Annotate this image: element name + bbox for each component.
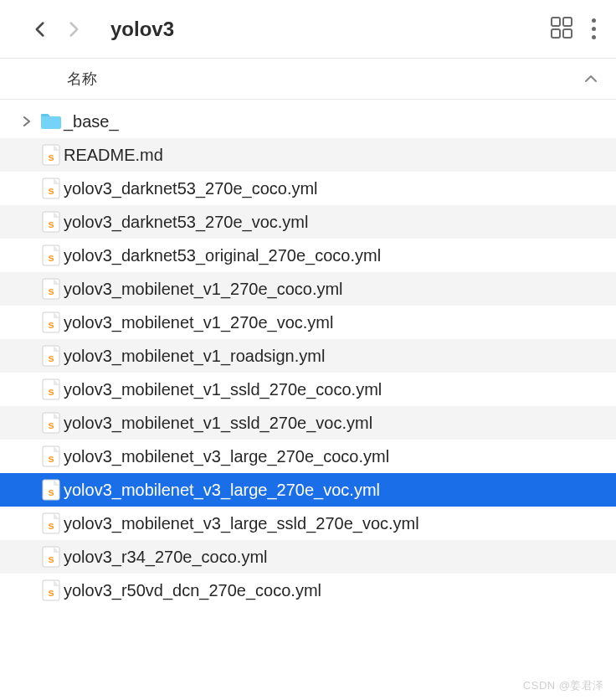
file-row[interactable]: yolov3_mobilenet_v3_large_ssld_270e_voc.… <box>0 507 616 540</box>
dot-icon <box>592 27 596 31</box>
column-name-label: 名称 <box>67 69 97 89</box>
file-row[interactable]: yolov3_mobilenet_v1_270e_coco.yml <box>0 272 616 306</box>
file-row[interactable]: yolov3_darknet53_original_270e_coco.yml <box>0 239 616 272</box>
file-row[interactable]: yolov3_r50vd_dcn_270e_coco.yml <box>0 574 616 607</box>
chevron-left-icon <box>32 18 49 40</box>
toolbar: yolov3 <box>0 0 616 59</box>
dot-icon <box>592 18 596 23</box>
folder-icon <box>35 112 64 131</box>
view-mode-button[interactable] <box>550 16 573 43</box>
file-icon <box>35 512 64 534</box>
file-row[interactable]: yolov3_mobilenet_v1_roadsign.yml <box>0 339 616 373</box>
chevron-right-icon <box>65 18 82 40</box>
sort-ascending-icon <box>584 74 598 84</box>
item-name: _base_ <box>64 112 119 131</box>
file-list: _base_README.mdyolov3_darknet53_270e_coc… <box>0 100 616 607</box>
folder-title: yolov3 <box>110 18 540 41</box>
item-name: yolov3_mobilenet_v1_ssld_270e_coco.yml <box>64 380 382 399</box>
folder-row[interactable]: _base_ <box>0 105 616 138</box>
file-icon <box>35 546 64 568</box>
file-icon <box>35 479 64 501</box>
item-name: yolov3_mobilenet_v3_large_270e_voc.yml <box>64 481 380 500</box>
file-icon <box>35 244 64 266</box>
file-icon <box>35 412 64 434</box>
item-name: yolov3_mobilenet_v1_270e_coco.yml <box>64 280 343 299</box>
dot-icon <box>592 35 596 39</box>
file-row[interactable]: yolov3_darknet53_270e_coco.yml <box>0 172 616 205</box>
item-name: yolov3_darknet53_270e_coco.yml <box>64 179 318 198</box>
more-options-button[interactable] <box>588 15 599 43</box>
svg-rect-0 <box>552 18 560 26</box>
item-name: yolov3_mobilenet_v3_large_270e_coco.yml <box>64 447 389 466</box>
item-name: yolov3_darknet53_270e_voc.yml <box>64 213 308 232</box>
file-row[interactable]: yolov3_mobilenet_v3_large_270e_coco.yml <box>0 440 616 473</box>
chevron-right-icon <box>23 116 31 126</box>
file-icon <box>35 144 64 166</box>
file-row[interactable]: yolov3_darknet53_270e_voc.yml <box>0 205 616 239</box>
item-name: yolov3_mobilenet_v1_270e_voc.yml <box>64 313 333 332</box>
item-name: yolov3_darknet53_original_270e_coco.yml <box>64 246 381 265</box>
svg-rect-3 <box>563 29 572 38</box>
file-row[interactable]: yolov3_mobilenet_v1_270e_voc.yml <box>0 306 616 339</box>
file-row[interactable]: yolov3_mobilenet_v3_large_270e_voc.yml <box>0 473 616 507</box>
file-icon <box>35 579 64 601</box>
file-icon <box>35 378 64 400</box>
file-icon <box>35 445 64 467</box>
svg-rect-2 <box>552 29 560 38</box>
watermark: CSDN @姜君泽 <box>523 678 604 693</box>
forward-button[interactable] <box>62 18 85 41</box>
back-button[interactable] <box>28 18 52 41</box>
item-name: README.md <box>64 146 163 165</box>
disclosure-toggle[interactable] <box>18 116 35 126</box>
item-name: yolov3_mobilenet_v1_ssld_270e_voc.yml <box>64 414 372 433</box>
file-icon <box>35 278 64 300</box>
column-header[interactable]: 名称 <box>0 59 616 100</box>
file-row[interactable]: yolov3_mobilenet_v1_ssld_270e_voc.yml <box>0 406 616 440</box>
svg-rect-1 <box>563 18 572 26</box>
item-name: yolov3_r50vd_dcn_270e_coco.yml <box>64 581 321 600</box>
file-icon <box>35 178 64 199</box>
file-row[interactable]: README.md <box>0 138 616 172</box>
item-name: yolov3_mobilenet_v1_roadsign.yml <box>64 347 325 366</box>
file-row[interactable]: yolov3_r34_270e_coco.yml <box>0 540 616 574</box>
file-icon <box>35 211 64 233</box>
item-name: yolov3_mobilenet_v3_large_ssld_270e_voc.… <box>64 514 419 533</box>
item-name: yolov3_r34_270e_coco.yml <box>64 548 268 567</box>
file-icon <box>35 311 64 333</box>
file-row[interactable]: yolov3_mobilenet_v1_ssld_270e_coco.yml <box>0 373 616 406</box>
file-icon <box>35 345 64 367</box>
grid-icon <box>550 16 573 39</box>
